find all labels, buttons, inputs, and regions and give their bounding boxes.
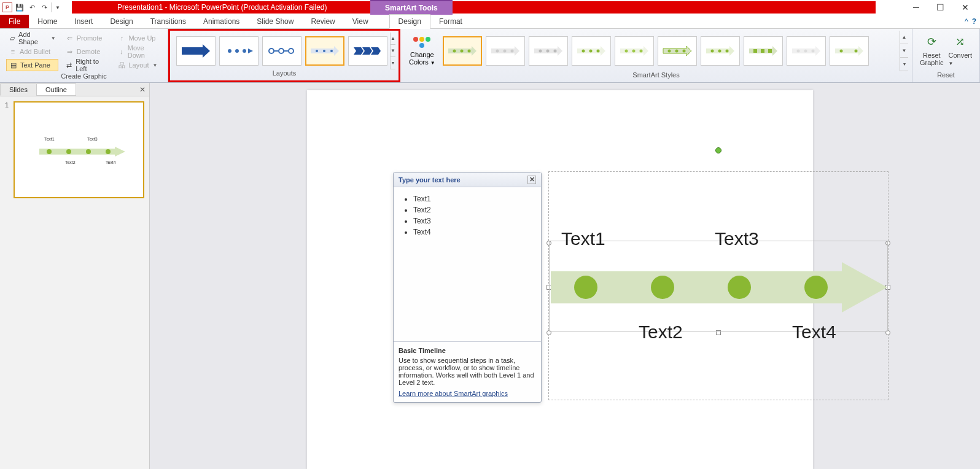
style-option-2[interactable] bbox=[486, 36, 525, 66]
add-shape-label: Add Shape bbox=[18, 31, 47, 45]
rotate-handle[interactable] bbox=[715, 147, 721, 153]
add-shape-button[interactable]: ▱Add Shape▼ bbox=[6, 32, 58, 44]
svg-point-1 bbox=[228, 49, 231, 53]
styles-scroll-up-icon[interactable]: ▲ bbox=[900, 31, 908, 44]
text-pane-item-1[interactable]: Text1 bbox=[413, 195, 532, 203]
smartart-graphic[interactable]: Text1 Text3 Text2 Text4 bbox=[548, 171, 889, 400]
tab-design[interactable]: Design bbox=[101, 15, 141, 28]
style-option-10[interactable] bbox=[830, 36, 869, 66]
qat-customize-icon[interactable]: ▼ bbox=[52, 2, 61, 12]
change-colors-label: ChangeColors ▼ bbox=[409, 51, 435, 67]
timeline-dot-3[interactable] bbox=[728, 276, 751, 299]
tab-review[interactable]: Review bbox=[302, 15, 343, 28]
tab-slideshow[interactable]: Slide Show bbox=[248, 15, 302, 28]
tab-file[interactable]: File bbox=[0, 15, 29, 28]
text-pane-list[interactable]: Text1 Text2 Text3 Text4 bbox=[394, 187, 541, 341]
tab-view[interactable]: View bbox=[344, 15, 377, 28]
layout-option-3[interactable] bbox=[262, 36, 301, 66]
layout-option-1[interactable] bbox=[176, 36, 216, 66]
style-option-1-selected[interactable] bbox=[443, 36, 482, 66]
timeline-dot-2[interactable] bbox=[651, 276, 674, 299]
undo-icon[interactable]: ↶ bbox=[27, 2, 37, 12]
reset-graphic-icon: ⟳ bbox=[922, 33, 941, 50]
layout-option-4-selected[interactable] bbox=[305, 36, 344, 66]
layouts-scroll-down-icon[interactable]: ▼ bbox=[391, 45, 395, 57]
maximize-icon[interactable]: ☐ bbox=[936, 2, 944, 12]
style-option-5[interactable] bbox=[615, 36, 654, 66]
slide-canvas[interactable]: Type your text here ✕ Text1 Text2 Text3 … bbox=[307, 90, 813, 469]
style-option-9[interactable] bbox=[787, 36, 826, 66]
smartart-text-pane[interactable]: Type your text here ✕ Text1 Text2 Text3 … bbox=[393, 172, 542, 403]
tab-outline[interactable]: Outline bbox=[36, 83, 76, 96]
styles-more-icon[interactable]: ▾ bbox=[900, 58, 908, 71]
tab-slides[interactable]: Slides bbox=[0, 83, 37, 96]
redo-icon[interactable]: ↷ bbox=[39, 2, 49, 12]
text-pane-button[interactable]: ▤Text Pane bbox=[6, 59, 58, 71]
svg-point-19 bbox=[460, 50, 463, 53]
reset-graphic-button[interactable]: ⟳ Reset Graphic bbox=[920, 33, 944, 66]
timeline-arrow[interactable] bbox=[551, 262, 887, 312]
text-pane-item-3[interactable]: Text3 bbox=[413, 217, 532, 225]
ribbon-tabs: File Home Insert Design Transitions Anim… bbox=[0, 15, 980, 29]
convert-button[interactable]: ⤮ Convert▼ bbox=[949, 33, 973, 66]
smartart-text-4[interactable]: Text4 bbox=[792, 322, 836, 343]
svg-point-52 bbox=[811, 50, 814, 53]
tab-animations[interactable]: Animations bbox=[195, 15, 248, 28]
svg-point-42 bbox=[710, 50, 714, 53]
thumb-text1: Text1 bbox=[44, 137, 55, 141]
close-panel-icon[interactable]: ✕ bbox=[139, 85, 146, 94]
change-colors-button[interactable]: ChangeColors ▼ bbox=[404, 31, 440, 71]
styles-scroll-down-icon[interactable]: ▼ bbox=[900, 44, 908, 58]
style-option-3[interactable] bbox=[529, 36, 568, 66]
move-up-label: Move Up bbox=[128, 34, 155, 42]
slide-thumbnail-1[interactable]: Text1 Text3 Text2 Text4 bbox=[14, 101, 144, 198]
help-icon[interactable]: ? bbox=[972, 17, 976, 26]
thumb-text4: Text4 bbox=[106, 160, 116, 165]
rtl-label: Right to Left bbox=[76, 58, 107, 72]
style-option-6[interactable] bbox=[658, 36, 697, 66]
thumb-text2: Text2 bbox=[65, 160, 76, 165]
smartart-text-1[interactable]: Text1 bbox=[561, 228, 605, 249]
svg-rect-46 bbox=[753, 49, 757, 53]
text-pane-learn-more-link[interactable]: Learn more about SmartArt graphics bbox=[399, 390, 508, 397]
style-option-4[interactable] bbox=[572, 36, 611, 66]
powerpoint-app-icon[interactable]: P bbox=[2, 2, 12, 12]
layout-option-5[interactable] bbox=[348, 36, 387, 66]
text-pane-close-icon[interactable]: ✕ bbox=[527, 176, 536, 184]
svg-point-12 bbox=[323, 50, 325, 52]
tab-home[interactable]: Home bbox=[29, 15, 66, 28]
reset-group-label: Reset bbox=[916, 71, 976, 81]
smartart-text-2[interactable]: Text2 bbox=[639, 322, 683, 343]
timeline-dot-4[interactable] bbox=[804, 276, 828, 299]
layout-option-2[interactable] bbox=[219, 36, 259, 66]
tab-insert[interactable]: Insert bbox=[66, 15, 101, 28]
smartart-inner bbox=[549, 241, 888, 331]
styles-gallery-scroll[interactable]: ▲ ▼ ▾ bbox=[900, 31, 908, 71]
quick-access-toolbar: P 💾 ↶ ↷ ▼ bbox=[0, 2, 64, 12]
tab-smartart-format[interactable]: Format bbox=[430, 15, 471, 28]
tab-transitions[interactable]: Transitions bbox=[142, 15, 195, 28]
minimize-ribbon-icon[interactable]: ^ bbox=[965, 17, 968, 26]
svg-point-20 bbox=[467, 50, 470, 53]
smartart-styles-group-label: SmartArt Styles bbox=[404, 71, 908, 81]
svg-point-13 bbox=[330, 50, 333, 52]
layouts-gallery-scroll[interactable]: ▲ ▼ ▾ bbox=[390, 33, 395, 69]
save-icon[interactable]: 💾 bbox=[15, 2, 25, 12]
close-icon[interactable]: ✕ bbox=[962, 2, 969, 12]
convert-label: Convert▼ bbox=[949, 52, 973, 66]
svg-point-27 bbox=[546, 50, 549, 53]
rtl-button[interactable]: ⇄Right to Left bbox=[63, 59, 111, 71]
minimize-icon[interactable]: ─ bbox=[913, 2, 919, 12]
style-option-8[interactable] bbox=[744, 36, 783, 66]
smartart-text-3[interactable]: Text3 bbox=[715, 228, 759, 249]
layouts-more-icon[interactable]: ▾ bbox=[391, 57, 395, 69]
group-layouts: ▲ ▼ ▾ Layouts bbox=[168, 29, 400, 82]
timeline-dot-1[interactable] bbox=[574, 276, 597, 299]
layouts-scroll-up-icon[interactable]: ▲ bbox=[391, 33, 395, 45]
text-pane-item-4[interactable]: Text4 bbox=[413, 228, 532, 236]
text-pane-item-2[interactable]: Text2 bbox=[413, 206, 532, 214]
svg-point-36 bbox=[639, 50, 642, 53]
tab-smartart-design[interactable]: Design bbox=[389, 14, 430, 29]
demote-button: ⇒Demote bbox=[63, 45, 111, 58]
style-option-7[interactable] bbox=[701, 36, 740, 66]
